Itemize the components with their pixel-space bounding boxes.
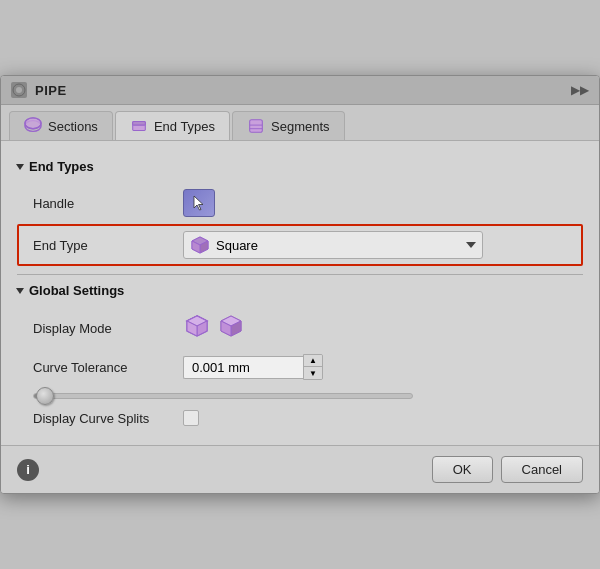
segments-tab-icon <box>247 117 265 135</box>
global-settings-section-header: Global Settings <box>17 283 583 298</box>
display-curve-splits-control <box>183 410 583 426</box>
dropdown-arrow-icon <box>466 242 476 248</box>
info-button[interactable]: i <box>17 459 39 481</box>
segments-tab-label: Segments <box>271 119 330 134</box>
handle-control <box>183 189 583 217</box>
tab-end-types[interactable]: End Types <box>115 111 230 140</box>
curve-tolerance-control: ▲ ▼ <box>183 354 583 380</box>
cancel-button[interactable]: Cancel <box>501 456 583 483</box>
spin-up-button[interactable]: ▲ <box>304 355 322 367</box>
handle-label: Handle <box>33 196 173 211</box>
footer-buttons: OK Cancel <box>432 456 583 483</box>
sections-tab-icon <box>24 117 42 135</box>
ok-button[interactable]: OK <box>432 456 493 483</box>
end-type-label: End Type <box>33 238 173 253</box>
svg-rect-6 <box>133 122 146 126</box>
slider-row <box>17 385 583 405</box>
svg-point-1 <box>16 87 22 93</box>
curve-tolerance-slider[interactable] <box>33 393 413 399</box>
collapse-end-types-icon[interactable] <box>16 164 24 170</box>
handle-button[interactable] <box>183 189 215 217</box>
tab-bar: Sections End Types Segments <box>1 105 599 141</box>
svg-rect-7 <box>250 120 263 133</box>
svg-marker-10 <box>194 196 203 210</box>
curve-tolerance-row: Curve Tolerance ▲ ▼ <box>17 349 583 385</box>
end-type-control: Square <box>183 231 581 259</box>
display-mode-solid-button[interactable] <box>217 313 245 344</box>
end-types-section-header: End Types <box>17 159 583 174</box>
end-type-value: Square <box>216 238 258 253</box>
end-types-tab-icon <box>130 117 148 135</box>
curve-tolerance-label: Curve Tolerance <box>33 360 173 375</box>
forward-icon: ▶▶ <box>571 83 589 97</box>
end-type-icon <box>190 235 210 255</box>
section-divider <box>17 274 583 275</box>
display-curve-splits-label: Display Curve Splits <box>33 411 173 426</box>
handle-row: Handle <box>17 184 583 222</box>
tab-sections[interactable]: Sections <box>9 111 113 140</box>
pipe-icon <box>11 82 27 98</box>
title-bar-left: PIPE <box>11 82 67 98</box>
spin-buttons: ▲ ▼ <box>303 354 323 380</box>
display-mode-control <box>183 313 583 344</box>
display-mode-row: Display Mode <box>17 308 583 349</box>
display-mode-label: Display Mode <box>33 321 173 336</box>
tab-segments[interactable]: Segments <box>232 111 345 140</box>
dialog-title: PIPE <box>35 83 67 98</box>
content-area: End Types Handle End Type <box>1 141 599 445</box>
end-types-tab-label: End Types <box>154 119 215 134</box>
end-type-row: End Type Square <box>17 224 583 266</box>
global-settings-section-title: Global Settings <box>29 283 124 298</box>
cursor-icon <box>190 194 208 212</box>
display-curve-splits-checkbox[interactable] <box>183 410 199 426</box>
curve-tolerance-input[interactable] <box>183 356 303 379</box>
slider-thumb[interactable] <box>36 387 54 405</box>
footer: i OK Cancel <box>1 445 599 493</box>
collapse-global-settings-icon[interactable] <box>16 288 24 294</box>
tolerance-input-group: ▲ ▼ <box>183 354 323 380</box>
display-curve-splits-row: Display Curve Splits <box>17 405 583 431</box>
pipe-dialog: PIPE ▶▶ Sections End Types <box>0 75 600 494</box>
end-type-dropdown[interactable]: Square <box>183 231 483 259</box>
display-mode-wireframe-button[interactable] <box>183 313 211 344</box>
sections-tab-label: Sections <box>48 119 98 134</box>
spin-down-button[interactable]: ▼ <box>304 367 322 379</box>
end-types-section-title: End Types <box>29 159 94 174</box>
title-bar: PIPE ▶▶ <box>1 76 599 105</box>
dropdown-left: Square <box>190 235 258 255</box>
